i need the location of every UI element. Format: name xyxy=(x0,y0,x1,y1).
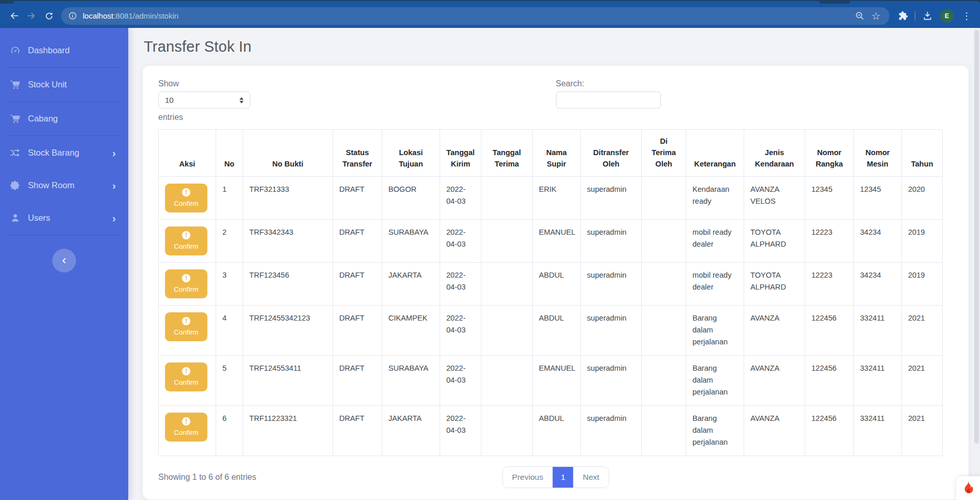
zoom-icon[interactable] xyxy=(851,11,868,21)
menu-kebab-icon[interactable]: ⋮ xyxy=(958,10,975,22)
search-label: Search: xyxy=(556,79,954,88)
pagination-previous[interactable]: Previous xyxy=(503,467,552,488)
shuffle-icon xyxy=(10,147,21,158)
column-header-keterangan[interactable]: Keterangan xyxy=(686,130,744,177)
cell-no: 3 xyxy=(216,262,243,305)
back-button[interactable] xyxy=(5,7,23,25)
cell-tanggal-terima xyxy=(481,219,533,262)
confirm-button[interactable]: !Confirm xyxy=(165,362,207,391)
cell-jenis-kendaraan: TOYOTA ALPHARD xyxy=(744,219,805,262)
show-label: Show xyxy=(158,79,556,88)
profile-avatar[interactable]: E xyxy=(940,9,954,23)
browser-chrome: localhost:8081/admin/stokin ☆ E ⋮ xyxy=(0,0,980,28)
sidebar-item-show-room[interactable]: Show Room› xyxy=(0,169,128,202)
column-header-ditransfer-oleh[interactable]: Ditransfer Oleh xyxy=(581,130,642,177)
column-header-tanggal-terima[interactable]: Tanggal Terima xyxy=(481,130,533,177)
cell-tanggal-kirim: 2022-04-03 xyxy=(440,262,481,305)
address-bar[interactable]: localhost:8081/admin/stokin ☆ xyxy=(61,7,889,25)
cell-jenis-kendaraan: AVANZA xyxy=(744,405,805,456)
debug-toolbar-flame-icon[interactable] xyxy=(956,476,980,500)
confirm-button[interactable]: !Confirm xyxy=(165,312,207,341)
pagination-page-1[interactable]: 1 xyxy=(552,467,574,488)
sidebar-divider xyxy=(7,235,121,235)
column-header-nomor-rangka[interactable]: Nomor Rangka xyxy=(805,130,854,177)
column-header-no[interactable]: No xyxy=(216,130,243,177)
page-length-select[interactable]: 10 xyxy=(158,92,250,109)
exclamation-circle-icon: ! xyxy=(182,317,190,325)
sidebar-item-stock-unit[interactable]: Stock Unit xyxy=(0,68,128,101)
chevron-right-icon: › xyxy=(112,147,116,158)
confirm-button[interactable]: !Confirm xyxy=(165,184,207,213)
cell-tahun: 2021 xyxy=(902,355,943,405)
column-header-aksi[interactable]: Aksi xyxy=(159,130,216,177)
cell-no-bukti: TRF11223321 xyxy=(243,405,333,456)
confirm-button-label: Confirm xyxy=(174,285,198,293)
cell-tahun: 2021 xyxy=(902,305,943,355)
sidebar-item-label: Stock Unit xyxy=(28,80,119,89)
sidebar-item-users[interactable]: Users› xyxy=(0,202,128,234)
table-footer: Showing 1 to 6 of 6 entries Previous 1 N… xyxy=(158,466,953,488)
pagination-next[interactable]: Next xyxy=(574,467,609,488)
exclamation-circle-icon: ! xyxy=(182,274,190,282)
reload-button[interactable] xyxy=(40,7,58,25)
cell-nomor-mesin: 34234 xyxy=(854,262,902,305)
cell-di-terima-oleh xyxy=(642,305,686,355)
confirm-button[interactable]: !Confirm xyxy=(165,269,207,298)
search-input[interactable] xyxy=(556,92,661,109)
cell-aksi: !Confirm xyxy=(159,219,216,262)
sidebar-collapse-button[interactable]: ‹ xyxy=(52,249,76,272)
cell-tanggal-terima xyxy=(481,405,533,456)
site-info-icon[interactable] xyxy=(68,11,77,20)
column-header-nama-supir[interactable]: Nama Supir xyxy=(533,130,581,177)
bookmark-star-icon[interactable]: ☆ xyxy=(868,11,884,21)
gear-icon xyxy=(10,180,21,191)
user-icon xyxy=(10,213,21,223)
cell-no: 4 xyxy=(216,305,243,355)
exclamation-circle-icon: ! xyxy=(182,188,190,196)
arrow-right-icon xyxy=(27,11,37,21)
column-header-di-terima-oleh[interactable]: Di Terima Oleh xyxy=(642,130,686,177)
page-length-block: Show 10 entries xyxy=(158,79,556,122)
column-header-jenis-kendaraan[interactable]: Jenis Kendaraan xyxy=(744,130,805,177)
cell-no-bukti: TRF12455342123 xyxy=(243,305,333,355)
confirm-button[interactable]: !Confirm xyxy=(165,226,207,255)
extensions-icon[interactable] xyxy=(895,11,911,21)
cell-no: 2 xyxy=(216,219,243,262)
url-text: localhost:8081/admin/stokin xyxy=(83,11,178,20)
cell-tanggal-terima xyxy=(481,355,533,405)
active-tab[interactable] xyxy=(13,1,820,4)
column-header-status-transfer[interactable]: Status Transfer xyxy=(333,130,382,177)
column-header-tanggal-kirim[interactable]: Tanggal Kirim xyxy=(440,130,481,177)
cell-ditransfer-oleh: superadmin xyxy=(581,355,642,405)
column-header-lokasi-tujuan[interactable]: Lokasi Tujuan xyxy=(382,130,440,177)
sidebar-item-cabang[interactable]: Cabang xyxy=(0,102,128,135)
scrollbar[interactable] xyxy=(973,28,980,476)
downloads-icon[interactable] xyxy=(919,11,936,21)
cell-lokasi-tujuan: BOGOR xyxy=(382,176,440,219)
column-header-nomor-mesin[interactable]: Nomor Mesin xyxy=(854,130,902,177)
column-header-no-bukti[interactable]: No Bukti xyxy=(243,130,333,177)
cell-jenis-kendaraan: AVANZA xyxy=(744,355,805,405)
arrow-left-icon xyxy=(9,11,19,21)
cell-nomor-rangka: 12223 xyxy=(805,219,854,262)
table-info: Showing 1 to 6 of 6 entries xyxy=(158,473,256,482)
cell-di-terima-oleh xyxy=(642,355,686,405)
forward-button[interactable] xyxy=(23,7,40,25)
sidebar-item-stock-barang[interactable]: Stock Barang› xyxy=(0,137,128,169)
cell-no: 6 xyxy=(216,405,243,456)
cell-no-bukti: TRF123456 xyxy=(243,262,333,305)
confirm-button[interactable]: !Confirm xyxy=(165,413,207,442)
confirm-button-label: Confirm xyxy=(174,243,198,250)
sidebar-divider xyxy=(7,101,121,102)
cell-tanggal-kirim: 2022-04-03 xyxy=(440,176,481,219)
sidebar-item-dashboard[interactable]: Dashboard xyxy=(0,34,128,67)
cell-jenis-kendaraan: TOYOTA ALPHARD xyxy=(744,262,805,305)
search-block: Search: xyxy=(556,79,954,122)
column-header-tahun[interactable]: Tahun xyxy=(902,130,943,177)
cell-nomor-rangka: 122456 xyxy=(805,405,854,456)
cell-status-transfer: DRAFT xyxy=(333,355,382,405)
scrollbar-thumb[interactable] xyxy=(974,30,979,444)
table-row-5: !Confirm5TRF124553411DRAFTSURABAYA2022-0… xyxy=(159,355,943,405)
cell-lokasi-tujuan: JAKARTA xyxy=(382,262,440,305)
confirm-button-label: Confirm xyxy=(174,200,198,207)
